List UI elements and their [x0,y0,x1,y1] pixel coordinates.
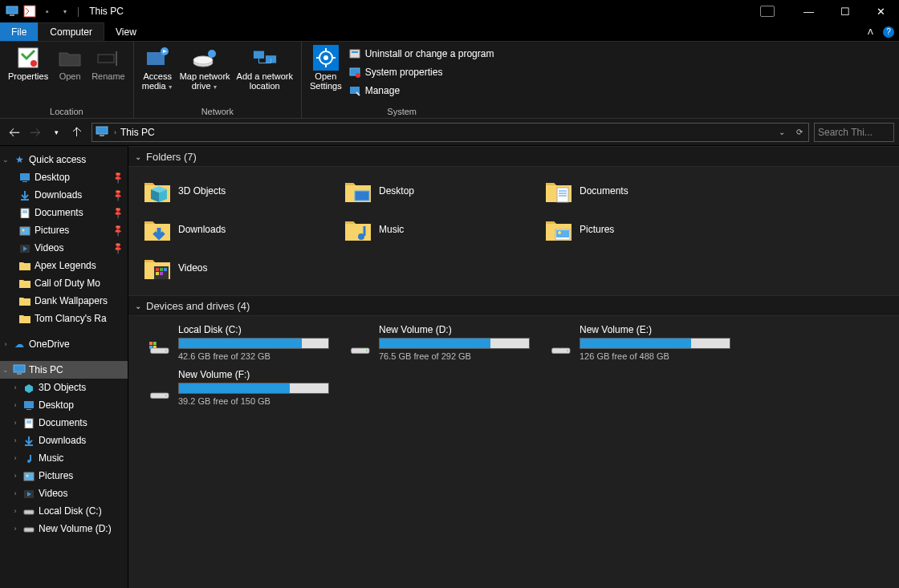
address-dropdown-button[interactable]: ⌄ [773,124,791,141]
nav-pc-item[interactable]: ›Videos [0,485,128,502]
chevron-right-icon[interactable]: › [11,472,19,480]
forward-button[interactable]: 🡢 [26,123,45,142]
folder-label: Desktop [379,185,414,197]
nav-pc-item[interactable]: ›Downloads [0,432,128,449]
map-drive-button[interactable]: Map network drive▼ [177,43,234,94]
chevron-right-icon[interactable]: › [2,340,10,348]
nav-qa-item[interactable]: Videos📌 [0,239,128,257]
chevron-right-icon[interactable]: › [11,383,19,391]
drive-label: New Volume (F:) [178,369,337,380]
folder-item[interactable]: Pictures [541,210,742,249]
chevron-down-icon[interactable]: ⌄ [2,156,10,164]
refresh-button[interactable]: ⟳ [791,124,808,141]
folder-item[interactable]: Downloads [140,210,340,249]
chevron-down-icon[interactable]: ⌄ [135,302,141,310]
add-location-button[interactable]: Add a network location [234,43,296,92]
chevron-right-icon[interactable]: › [11,401,19,409]
nav-item-label: Desktop [35,172,70,183]
minimize-button[interactable]: ― [791,0,827,22]
rename-button[interactable]: Rename [88,43,128,83]
back-button[interactable]: 🡠 [5,123,24,142]
manage-button[interactable]: Manage [345,82,498,99]
drive-item[interactable]: New Volume (D:)76.5 GB free of 292 GB [340,321,541,366]
drive-item[interactable]: New Volume (F:)39.2 GB free of 150 GB [140,366,340,411]
nav-qa-item[interactable]: Dank Wallpapers [0,292,128,310]
nav-qa-item[interactable]: Pictures📌 [0,221,128,239]
pc-icon [96,126,108,139]
address-bar[interactable]: › This PC ⌄ ⟳ [92,123,809,142]
nav-qa-item[interactable]: Tom Clancy's Ra [0,310,128,327]
folder-item[interactable]: 3D Objects [140,172,340,210]
drives-section-header[interactable]: ⌄ Devices and drives (4) [128,295,899,316]
nav-pc-item[interactable]: ›3D Objects [0,379,128,396]
folder-icon [18,224,32,237]
svg-rect-46 [24,472,34,481]
folder-icon [18,277,32,290]
drive-item[interactable]: Local Disk (C:)42.6 GB free of 232 GB [140,321,340,366]
chevron-right-icon[interactable]: › [11,489,19,497]
nav-qa-item[interactable]: Desktop📌 [0,168,128,186]
close-button[interactable]: ✕ [863,0,899,22]
chevron-down-icon[interactable]: ⌄ [135,152,141,161]
open-button[interactable]: Open [51,43,88,83]
uninstall-button[interactable]: Uninstall or change a program [345,45,498,63]
nav-pc-item[interactable]: ›Music [0,449,128,467]
help-button[interactable]: ? [878,22,899,41]
chevron-right-icon[interactable]: › [11,436,19,444]
chevron-down-icon[interactable]: ⌄ [2,366,10,374]
chevron-right-icon[interactable]: › [11,507,19,515]
search-input[interactable]: Search Thi... [814,123,894,142]
drive-icon [544,334,573,363]
nav-pc-item[interactable]: ›Desktop [0,396,128,414]
nav-pc-item[interactable]: ›Local Disk (C:) [0,502,128,520]
folder-item[interactable]: Music [340,210,541,249]
nav-item-label: Documents [39,417,87,428]
drive-item[interactable]: New Volume (E:)126 GB free of 488 GB [541,321,742,366]
collapse-ribbon-button[interactable]: ᐱ [863,22,878,41]
svg-point-45 [27,460,31,463]
folder-item[interactable]: Desktop [340,172,541,210]
nav-this-pc[interactable]: ⌄ This PC [0,361,128,379]
breadcrumb-separator-icon[interactable]: › [112,128,119,136]
pin-icon: 📌 [112,241,124,254]
properties-button[interactable]: Properties [5,43,51,83]
nav-pc-item[interactable]: ›Pictures [0,467,128,485]
nav-qa-item[interactable]: Documents📌 [0,204,128,221]
open-settings-button[interactable]: Open Settings [307,43,345,92]
nav-pc-item[interactable]: ›Documents [0,414,128,432]
nav-quick-access[interactable]: ⌄ ★ Quick access [0,151,128,168]
properties-qat-icon[interactable] [22,4,37,18]
chevron-right-icon[interactable]: › [11,454,19,462]
access-media-icon [144,45,170,71]
qat-dropdown-icon[interactable]: ▾ [58,4,72,18]
preview-pane-icon[interactable] [760,6,775,17]
access-media-button[interactable]: Access media▼ [139,43,177,94]
folder-item[interactable]: Videos [140,249,340,287]
system-properties-button[interactable]: System properties [345,63,498,81]
folder-item[interactable]: Documents [541,172,742,210]
svg-rect-50 [24,528,34,532]
svg-rect-66 [149,342,153,345]
content-pane: ⌄ Folders (7) 3D ObjectsDesktopDocuments… [128,146,899,588]
nav-pc-item[interactable]: ›New Volume (D:) [0,520,128,537]
add-location-label: Add a network location [237,71,293,91]
svg-rect-38 [17,373,22,375]
nav-qa-item[interactable]: Apex Legends [0,257,128,274]
up-button[interactable]: 🡡 [67,123,87,142]
new-folder-qat-icon[interactable]: ▪ [40,4,55,18]
folders-section-header[interactable]: ⌄ Folders (7) [128,146,899,167]
nav-onedrive[interactable]: › ☁ OneDrive [0,335,128,353]
nav-qa-item[interactable]: Call of Duty Mo [0,274,128,292]
tab-view[interactable]: View [104,22,148,41]
nav-qa-item[interactable]: Downloads📌 [0,186,128,204]
recent-locations-button[interactable]: ▾ [47,123,66,142]
svg-point-35 [22,229,25,232]
drive-free-text: 126 GB free of 488 GB [580,351,738,361]
tab-computer[interactable]: Computer [38,22,104,41]
svg-point-71 [165,350,167,351]
chevron-right-icon[interactable]: › [11,419,19,427]
tab-file[interactable]: File [0,22,38,41]
title-bar: ▪ ▾ | This PC ― ☐ ✕ [0,0,899,22]
chevron-right-icon[interactable]: › [11,525,19,533]
maximize-button[interactable]: ☐ [827,0,863,22]
